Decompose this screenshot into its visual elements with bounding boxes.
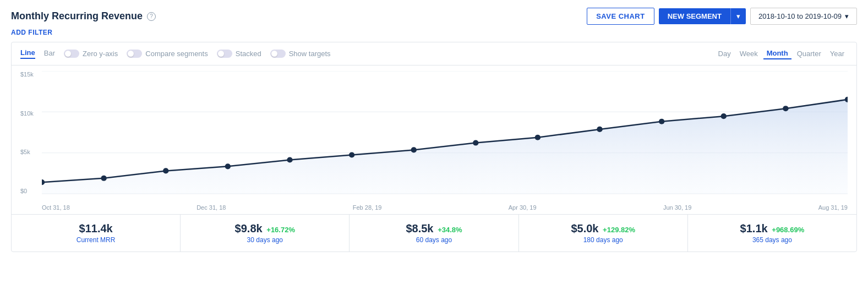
period-buttons: Day Week Month Quarter Year (715, 48, 848, 59)
stat-value-current: $11.4k (12, 222, 180, 235)
x-label-apr: Apr 30, 19 (509, 204, 537, 211)
date-range-value: 2018-10-10 to 2019-10-09 (758, 12, 842, 20)
y-axis-labels: $15k $10k $5k $0 (20, 71, 34, 194)
y-label-0: $0 (20, 188, 34, 194)
data-point-12 (783, 106, 788, 111)
data-point-1 (101, 176, 106, 181)
toggle-zero-y-label: Zero y-axis (83, 50, 118, 58)
stat-value-60: $8.5k +34.8% (350, 222, 518, 235)
date-range-picker[interactable]: 2018-10-10 to 2019-10-09 ▾ (750, 8, 857, 25)
y-label-5k: $5k (20, 149, 34, 155)
stat-60-days: $8.5k +34.8% 60 days ago (350, 215, 518, 252)
help-icon[interactable]: ? (147, 12, 156, 21)
chart-type-buttons: Line Bar Zero y-axis Compare segments St… (20, 48, 331, 59)
data-point-8 (535, 135, 541, 140)
data-point-11 (721, 113, 727, 119)
stat-label-30: 30 days ago (181, 236, 349, 244)
stats-bar: $11.4k Current MRR $9.8k +16.72% 30 days… (12, 214, 856, 252)
data-point-10 (659, 119, 664, 124)
data-point-7 (473, 140, 478, 145)
toggle-compare: Compare segments (127, 50, 208, 58)
stat-value-180: $5.0k +129.82% (519, 222, 687, 235)
y-label-10k: $10k (20, 110, 34, 117)
new-segment-group: NEW SEGMENT ▾ (659, 8, 746, 24)
stat-180-days: $5.0k +129.82% 180 days ago (519, 215, 688, 252)
page-header: Monthly Recurring Revenue ? SAVE CHART N… (0, 0, 868, 25)
chart-type-bar[interactable]: Bar (44, 49, 55, 58)
stat-value-365: $1.1k +968.69% (688, 222, 856, 235)
line-chart-svg (42, 71, 848, 194)
period-month[interactable]: Month (763, 48, 791, 59)
chart-area: $15k $10k $5k $0 (12, 65, 856, 214)
x-label-dec: Dec 31, 18 (196, 204, 226, 211)
chart-type-line[interactable]: Line (20, 48, 35, 59)
period-quarter[interactable]: Quarter (794, 48, 825, 59)
stat-label-current: Current MRR (12, 236, 180, 244)
new-segment-button[interactable]: NEW SEGMENT (659, 8, 730, 24)
save-chart-button[interactable]: SAVE CHART (587, 8, 654, 25)
toggle-targets-switch[interactable] (270, 50, 286, 58)
toggle-zero-y: Zero y-axis (64, 50, 118, 58)
data-point-3 (225, 163, 231, 169)
chart-svg (42, 71, 848, 194)
title-area: Monthly Recurring Revenue ? (11, 10, 156, 22)
period-year[interactable]: Year (827, 48, 848, 59)
toggle-stacked: Stacked (217, 50, 261, 58)
date-range-chevron: ▾ (845, 12, 849, 20)
stat-label-365: 365 days ago (688, 236, 856, 244)
y-label-15k: $15k (20, 71, 34, 78)
add-filter-section: ADD FILTER (0, 25, 868, 36)
stat-365-days: $1.1k +968.69% 365 days ago (688, 215, 856, 252)
header-actions: SAVE CHART NEW SEGMENT ▾ 2018-10-10 to 2… (587, 8, 857, 25)
segment-dropdown-button[interactable]: ▾ (730, 8, 746, 24)
toggle-compare-switch[interactable] (127, 50, 142, 58)
chart-toolbar: Line Bar Zero y-axis Compare segments St… (12, 42, 856, 65)
toggle-compare-label: Compare segments (145, 50, 208, 58)
toggle-targets-label: Show targets (289, 50, 331, 58)
period-day[interactable]: Day (715, 48, 734, 59)
toggle-targets: Show targets (270, 50, 331, 58)
data-point-9 (597, 127, 602, 132)
data-point-6 (411, 147, 417, 152)
stat-label-60: 60 days ago (350, 236, 518, 244)
data-point-5 (349, 152, 354, 157)
toggle-stacked-label: Stacked (236, 50, 261, 58)
x-axis-labels: Oct 31, 18 Dec 31, 18 Feb 28, 19 Apr 30,… (42, 204, 848, 211)
add-filter-button[interactable]: ADD FILTER (11, 29, 52, 36)
data-point-2 (163, 168, 168, 173)
stat-30-days: $9.8k +16.72% 30 days ago (181, 215, 350, 252)
stat-value-30: $9.8k +16.72% (181, 222, 349, 235)
toggle-zero-y-switch[interactable] (64, 50, 79, 58)
x-label-aug: Aug 31, 19 (818, 204, 848, 211)
stat-label-180: 180 days ago (519, 236, 687, 244)
page-title: Monthly Recurring Revenue (11, 10, 143, 22)
data-point-4 (287, 157, 292, 162)
stat-current-mrr: $11.4k Current MRR (12, 215, 181, 252)
x-label-jun: Jun 30, 19 (663, 204, 691, 211)
toggle-stacked-switch[interactable] (217, 50, 232, 58)
chart-container: Line Bar Zero y-axis Compare segments St… (11, 42, 857, 252)
period-week[interactable]: Week (736, 48, 761, 59)
x-label-oct: Oct 31, 18 (42, 204, 70, 211)
x-label-feb: Feb 28, 19 (353, 204, 382, 211)
